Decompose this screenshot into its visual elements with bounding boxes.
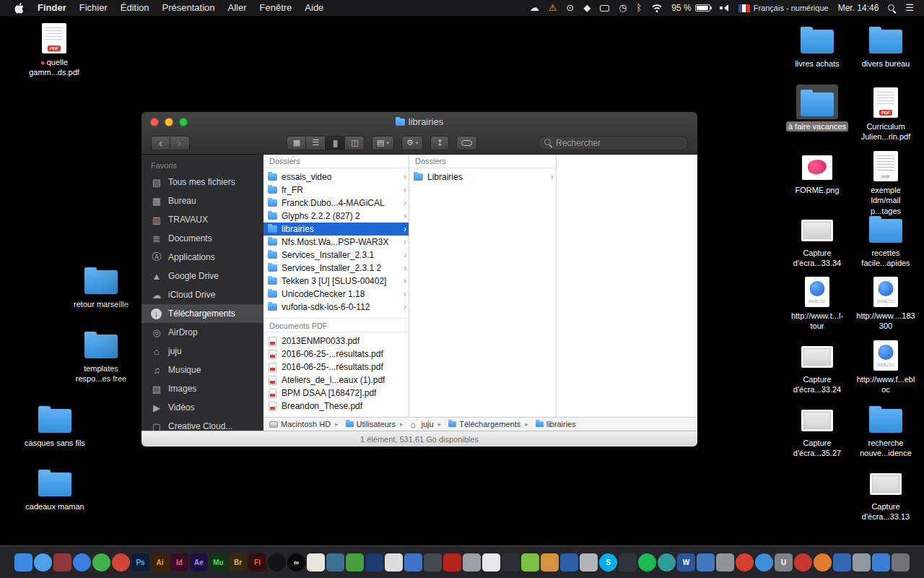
dock-app-icon[interactable] — [892, 553, 910, 571]
pdf-row[interactable]: Breandon_These.pdf — [263, 400, 409, 413]
dock-app-icon[interactable] — [443, 553, 461, 571]
pdf-row[interactable]: Ateliers_de_l...eaux (1).pdf — [263, 374, 409, 387]
status-icon-4[interactable]: ◆ — [583, 0, 590, 16]
desktop-icon[interactable]: http://www.f...ebloc — [853, 337, 918, 395]
desktop-icon[interactable]: Capture d'écra...33.24 — [785, 337, 850, 395]
dock-app-icon[interactable] — [736, 553, 754, 571]
dock-app-icon[interactable] — [833, 553, 851, 571]
desktop-icon[interactable]: cadeaux maman — [22, 465, 87, 512]
battery-indicator[interactable]: 95 % — [671, 3, 710, 13]
dock-app-icon[interactable]: Ps — [131, 553, 149, 571]
dock-app-icon[interactable]: Fl — [248, 553, 266, 571]
pdf-row[interactable]: 2016-06-25-...résultats.pdf — [263, 361, 409, 374]
dock-app-icon[interactable] — [14, 553, 32, 571]
dock-app-icon[interactable] — [463, 553, 481, 571]
desktop-icon[interactable]: à faire vacances — [785, 85, 850, 131]
dock-app-icon[interactable] — [853, 553, 871, 571]
cloud-status-icon[interactable]: ☁ — [530, 0, 539, 16]
dock-app-icon[interactable] — [716, 553, 734, 571]
close-button[interactable] — [150, 118, 159, 126]
dock-app-icon[interactable]: ∞ — [287, 553, 305, 571]
dock-app-icon[interactable]: U — [775, 553, 793, 571]
sidebar-item[interactable]: ↓ Téléchargements — [141, 304, 263, 323]
desktop-icon[interactable]: retour marseille — [69, 262, 134, 309]
dock-app-icon[interactable] — [502, 553, 520, 571]
desktop-icon[interactable]: FORME.png — [785, 148, 850, 195]
desktop-icon[interactable]: templates respo...es free — [69, 327, 134, 384]
wifi-icon[interactable] — [651, 4, 662, 12]
input-language-menu[interactable]: Français - numérique — [738, 4, 829, 12]
desktop-icon[interactable]: Curriculum Julien...rin.pdf — [853, 85, 918, 142]
dock-app-icon[interactable] — [541, 553, 559, 571]
dock-app-icon[interactable] — [73, 553, 91, 571]
tags-button[interactable] — [456, 136, 477, 150]
desktop-icon[interactable]: divers bureau — [853, 22, 918, 69]
pdf-row[interactable]: 2013ENMP0033.pdf — [263, 335, 409, 348]
desktop-icon[interactable]: casques sans fils — [22, 401, 87, 448]
minimize-button[interactable] — [165, 118, 173, 126]
pdf-row[interactable]: BPM DSAA [168472].pdf — [263, 387, 409, 400]
path-bar-item[interactable]: Macintosh HD — [269, 420, 331, 428]
folder-row[interactable]: Tekken 3 [U] [SLUS-00402] › — [263, 275, 409, 288]
sidebar-item[interactable]: Ⓐ Applications — [141, 248, 263, 267]
pdf-row[interactable]: 2016-06-25-...résultats.pdf — [263, 348, 409, 361]
folder-row[interactable]: Services_Installer_2.3.1 › — [263, 249, 409, 262]
dock-app-icon[interactable] — [424, 553, 442, 571]
dock-app-icon[interactable] — [560, 553, 578, 571]
volume-icon[interactable] — [720, 4, 729, 12]
dock-app-icon[interactable] — [326, 553, 344, 571]
sidebar-item[interactable]: ☁ iCloud Drive — [141, 285, 263, 304]
display-status-icon[interactable] — [600, 5, 609, 12]
sidebar-item[interactable]: ▢ Creative Cloud... — [141, 417, 263, 431]
dock-app-icon[interactable] — [638, 553, 656, 571]
dock-app-icon[interactable] — [365, 553, 383, 571]
path-bar-item[interactable]: Utilisateurs — [331, 420, 396, 428]
notification-center-icon[interactable]: ☰ — [905, 0, 914, 16]
forward-button[interactable]: › — [170, 136, 190, 150]
dock-app-icon[interactable]: Ai — [151, 553, 169, 571]
dock-app-icon[interactable] — [872, 553, 890, 571]
sidebar-item[interactable]: ▥ TRAVAUX — [141, 210, 263, 229]
desktop-icon[interactable]: livres achats — [785, 22, 850, 69]
window-titlebar[interactable]: librairies — [141, 112, 697, 131]
dock-app-icon[interactable] — [268, 553, 286, 571]
dock-app-icon[interactable] — [619, 553, 637, 571]
desktop-icon[interactable]: http://www.t...l-tour — [785, 274, 850, 332]
dock-app-icon[interactable] — [307, 553, 325, 571]
zoom-button[interactable] — [179, 118, 188, 126]
dock-app-icon[interactable] — [112, 553, 130, 571]
sidebar-item[interactable]: ▶ Vidéos — [141, 398, 263, 417]
dock-app-icon[interactable] — [755, 553, 773, 571]
desktop-icon[interactable]: recherche nouve...idence — [853, 401, 918, 459]
menu-item[interactable]: Édition — [114, 0, 156, 16]
menu-item[interactable]: Fichier — [73, 0, 114, 16]
dock-app-icon[interactable] — [404, 553, 422, 571]
dock-app-icon[interactable]: Br — [229, 553, 247, 571]
folder-row[interactable]: Nfs.Most.Wa...PSP-WAR3X › — [263, 236, 409, 249]
menu-item[interactable]: Fenêtre — [253, 0, 299, 16]
menu-item[interactable]: Finder — [31, 0, 73, 16]
desktop-icon[interactable]: Capture d'écra...33.34 — [785, 211, 850, 269]
dock-app-icon[interactable] — [346, 553, 364, 571]
coverflow-view-button[interactable]: ◫ — [345, 136, 365, 150]
status-icon-3[interactable]: ⊙ — [566, 0, 574, 16]
path-bar-item[interactable]: Téléchargements — [434, 420, 521, 428]
path-bar-item[interactable]: juju — [396, 420, 434, 428]
desktop-icon[interactable]: http://www....183300 — [853, 274, 918, 332]
time-machine-icon[interactable]: ◷ — [619, 0, 627, 16]
sidebar-item[interactable]: ♫ Musique — [141, 361, 263, 379]
search-field[interactable] — [538, 136, 688, 150]
sidebar-item[interactable]: ◎ AirDrop — [141, 323, 263, 342]
dock-app-icon[interactable] — [482, 553, 500, 571]
folder-row[interactable]: Glyphs 2.2.2 (827) 2 › — [263, 210, 409, 223]
sidebar-item[interactable]: ▲ Google Drive — [141, 267, 263, 285]
dock-app-icon[interactable] — [521, 553, 539, 571]
folder-row[interactable]: Franck.Dubo...4-MAGiCAL › — [263, 197, 409, 210]
folder-row[interactable]: Services_Installer_2.3.1 2 › — [263, 262, 409, 275]
desktop-icon[interactable]: Capture d'écra...33.13 — [853, 465, 918, 522]
menu-bar-clock[interactable]: Mer. 14:46 — [838, 3, 879, 13]
sidebar-item[interactable]: ≣ Documents — [141, 229, 263, 248]
icon-view-button[interactable]: ▦ — [287, 136, 306, 150]
menu-item[interactable]: Présentation — [156, 0, 222, 16]
dock-app-icon[interactable] — [697, 553, 715, 571]
